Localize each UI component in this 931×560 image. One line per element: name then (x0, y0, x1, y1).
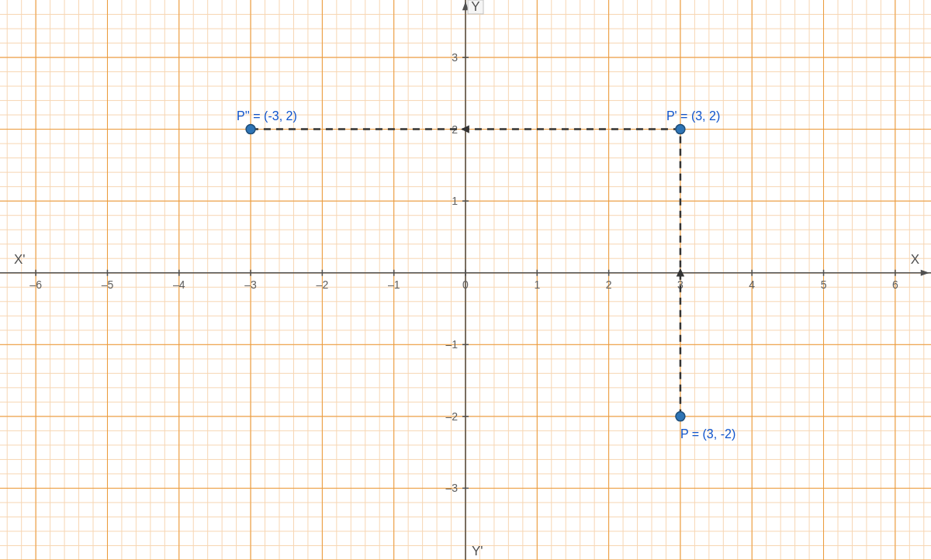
y-tick-label: –1 (445, 338, 458, 351)
x-tick-label: –1 (388, 278, 400, 291)
x-tick-label: –4 (173, 278, 185, 291)
x-tick-label: 2 (606, 278, 612, 291)
x-tick-label: –3 (244, 278, 257, 291)
x-tick-label: 4 (749, 278, 755, 291)
y-axis-pos-label: Y (471, 0, 479, 14)
point-label: P' = (3, 2) (666, 109, 720, 123)
x-tick-label: –2 (317, 278, 329, 291)
x-tick-label: 5 (821, 278, 827, 291)
y-tick-label: 1 (452, 195, 458, 207)
coordinate-plane[interactable]: –6–5–4–3–2–10123456–3–2–1123YY'XX'P = (3… (0, 0, 931, 560)
svg-marker-127 (921, 270, 929, 276)
plot-point[interactable] (676, 125, 685, 134)
x-tick-label: –5 (102, 278, 114, 291)
reflection-segments (251, 125, 684, 416)
y-tick-label: –3 (445, 482, 458, 494)
plot-point[interactable] (246, 125, 255, 134)
y-axis-neg-label: Y' (472, 544, 483, 558)
point-label: P = (3, -2) (680, 427, 735, 441)
x-axis-pos-label: X (911, 252, 919, 267)
y-tick-label: –2 (445, 410, 458, 423)
x-axis-neg-label: X' (14, 252, 26, 267)
x-tick-label: –6 (29, 278, 42, 291)
x-tick-label: 6 (892, 278, 898, 291)
x-tick-label: 1 (534, 278, 540, 291)
x-tick-label: 0 (462, 278, 469, 291)
point-label: P'' = (-3, 2) (237, 109, 297, 123)
y-tick-label: 3 (452, 51, 458, 64)
plot-point[interactable] (676, 412, 685, 421)
points: P = (3, -2)P' = (3, 2)P'' = (-3, 2) (237, 109, 735, 441)
